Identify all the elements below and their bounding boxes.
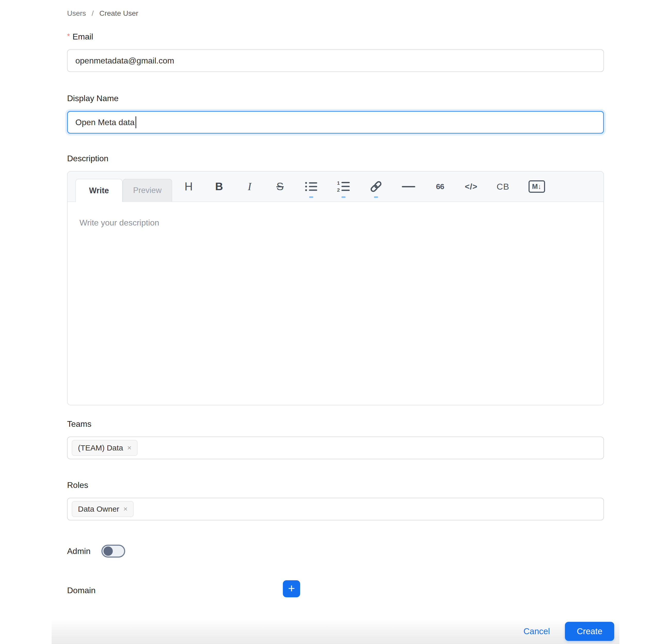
strikethrough-button[interactable]: S — [274, 173, 286, 199]
italic-icon: I — [248, 180, 251, 193]
create-user-form: Users / Create User * Email Display Name… — [52, 0, 619, 599]
team-tag-remove-icon[interactable]: × — [127, 444, 131, 452]
domain-label: Domain — [67, 586, 96, 595]
description-label: Description — [67, 154, 604, 163]
svg-text:1: 1 — [337, 181, 340, 186]
admin-field-group: Admin — [67, 545, 604, 557]
form-footer: Cancel Create — [52, 619, 619, 644]
create-button[interactable]: Create — [565, 622, 614, 641]
italic-button[interactable]: I — [244, 173, 255, 199]
display-name-field-group: Display Name Open Meta data — [67, 94, 604, 134]
roles-select[interactable]: Data Owner × — [67, 498, 604, 520]
teams-select[interactable]: (TEAM) Data × — [67, 437, 604, 459]
text-caret — [136, 116, 136, 128]
horizontal-rule-icon — [402, 186, 415, 187]
description-placeholder: Write your description — [79, 218, 159, 227]
bulleted-list-button[interactable] — [305, 173, 318, 199]
breadcrumb-current-page: Create User — [99, 9, 138, 17]
email-label: * Email — [67, 32, 604, 41]
toggle-knob — [103, 546, 113, 556]
add-domain-button[interactable]: + — [283, 580, 300, 597]
breadcrumb: Users / Create User — [67, 9, 604, 17]
bold-icon: B — [215, 180, 223, 193]
description-textarea[interactable]: Write your description — [68, 202, 603, 405]
markdown-button[interactable]: M↓ — [529, 173, 545, 199]
editor-toolbar: Write Preview H B I S — [68, 171, 603, 202]
markdown-editor: Write Preview H B I S — [67, 171, 604, 405]
team-tag: (TEAM) Data × — [72, 440, 138, 456]
tab-preview[interactable]: Preview — [123, 179, 172, 202]
admin-toggle[interactable] — [101, 545, 125, 557]
cancel-button[interactable]: Cancel — [523, 627, 550, 636]
domain-field-group: Domain + — [67, 582, 604, 599]
teams-label: Teams — [67, 419, 604, 429]
tab-write[interactable]: Write — [75, 179, 123, 202]
breadcrumb-separator: / — [92, 9, 94, 17]
numbered-list-button[interactable]: 1 2 — [337, 173, 350, 199]
code-icon: </> — [465, 182, 478, 191]
admin-label: Admin — [67, 546, 91, 556]
roles-field-group: Roles Data Owner × — [67, 480, 604, 520]
description-field-group: Description Write Preview H B I — [67, 154, 604, 405]
code-block-button[interactable]: CB — [496, 173, 509, 199]
toolbar-icon-group: H B I S — [183, 171, 545, 202]
email-input[interactable] — [67, 49, 604, 72]
bulleted-list-icon — [305, 181, 318, 192]
code-button[interactable]: </> — [465, 173, 478, 199]
create-user-page: Users / Create User * Email Display Name… — [52, 0, 619, 644]
link-button[interactable] — [369, 173, 383, 199]
markdown-icon: M↓ — [529, 180, 545, 193]
roles-label: Roles — [67, 480, 604, 490]
display-name-input[interactable]: Open Meta data — [67, 111, 604, 134]
heading-button[interactable]: H — [183, 173, 194, 199]
plus-icon: + — [288, 582, 295, 594]
code-block-icon: CB — [496, 182, 509, 192]
svg-text:2: 2 — [337, 187, 340, 192]
teams-field-group: Teams (TEAM) Data × — [67, 419, 604, 459]
bold-button[interactable]: B — [213, 173, 225, 199]
link-icon — [369, 180, 383, 193]
numbered-list-icon: 1 2 — [337, 181, 350, 192]
breadcrumb-users-link[interactable]: Users — [67, 9, 86, 17]
quote-button[interactable]: 66 — [434, 173, 446, 199]
role-tag-remove-icon[interactable]: × — [123, 505, 127, 513]
horizontal-rule-button[interactable] — [402, 173, 415, 199]
heading-icon: H — [185, 180, 193, 193]
strikethrough-icon: S — [276, 180, 283, 193]
display-name-label: Display Name — [67, 94, 604, 103]
role-tag: Data Owner × — [72, 501, 134, 517]
email-field-group: * Email — [67, 32, 604, 72]
required-asterisk: * — [67, 32, 70, 40]
quote-icon: 66 — [436, 182, 444, 191]
